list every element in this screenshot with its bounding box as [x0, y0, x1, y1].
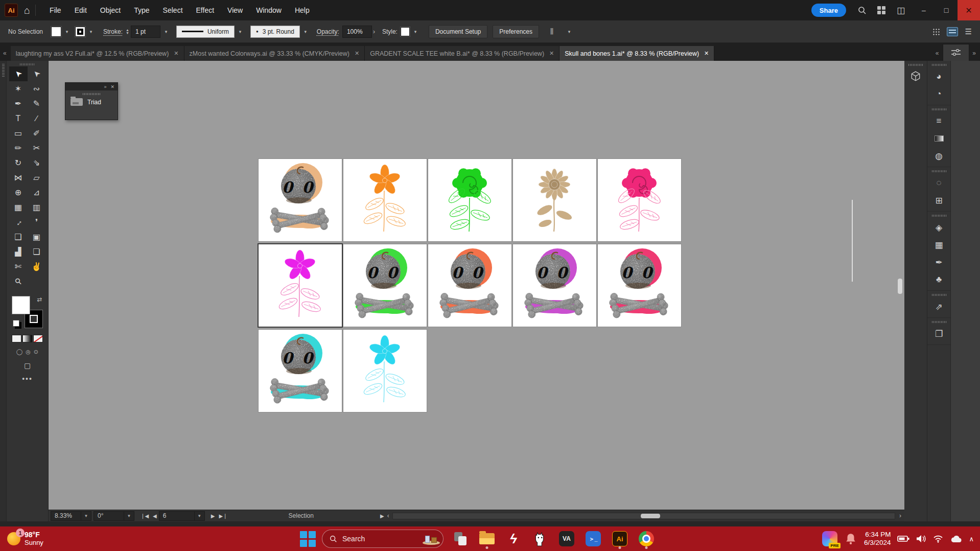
opacity-label[interactable]: Opacity: [317, 28, 339, 35]
dark-logo-app[interactable]: VA [557, 529, 576, 549]
notifications-bell-icon[interactable] [844, 533, 857, 545]
menu-window[interactable]: Window [249, 0, 288, 20]
next-artboard-button[interactable]: ▶ [211, 513, 215, 519]
start-button[interactable] [298, 530, 317, 548]
artboard-1-skull-tan[interactable]: 0 0 [259, 159, 342, 241]
pen-tool[interactable]: ✒ [9, 96, 28, 111]
document-tab-1[interactable]: laughting my ass V2 Full.ai* @ 12.5 % (R… [11, 46, 184, 61]
layers-icon[interactable]: ◈ [930, 219, 948, 236]
stroke-color-swatch[interactable] [75, 27, 85, 37]
minimize-button[interactable]: – [913, 0, 935, 20]
color-mode-button[interactable] [12, 335, 21, 342]
width-profile-arrow[interactable]: ▾ [236, 26, 244, 37]
battery-icon[interactable] [897, 535, 909, 542]
artboard-tool[interactable]: ❏ [28, 244, 46, 259]
direct-selection-tool[interactable]: ➤ [28, 66, 46, 81]
selection-tool[interactable]: ➤ [9, 66, 28, 81]
chrome-app[interactable] [637, 529, 656, 549]
perspective-grid-tool[interactable]: ⊿ [28, 185, 46, 200]
powershell-app[interactable]: ＞_ [584, 529, 603, 549]
rectangle-tool[interactable]: ▭ [9, 126, 28, 141]
search-icon[interactable] [854, 3, 870, 18]
align-icon[interactable]: ⫼ [544, 24, 559, 39]
edit-toolbar-ellipsis[interactable]: ••• [22, 375, 33, 383]
menu-edit[interactable]: Edit [68, 0, 94, 20]
zoom-tool[interactable]: ⚲ [9, 274, 28, 289]
shape-builder-tool[interactable]: ⊕ [9, 185, 28, 200]
toggle-panel-icon[interactable]: ◫ [893, 3, 908, 18]
last-artboard-button[interactable]: ▶❘ [219, 513, 227, 519]
type-tool[interactable]: T [9, 111, 28, 126]
dock-grip[interactable] [932, 294, 946, 296]
artboard-5-rose-pink[interactable] [598, 159, 681, 241]
zoom-dropdown-arrow[interactable]: ▼ [81, 511, 91, 521]
artboard-6-flower-magenta[interactable] [259, 244, 342, 327]
artboard-11-skull-cyan[interactable]: 0 0 [259, 330, 342, 412]
magic-wand-tool[interactable]: ✶ [9, 81, 28, 96]
file-explorer-app[interactable] [477, 529, 497, 549]
menu-type[interactable]: Type [127, 0, 156, 20]
eyedropper-tool[interactable]: ❜ [28, 215, 46, 229]
gradient-mode-button[interactable] [22, 335, 32, 342]
draw-normal-icon[interactable]: ◯ [16, 349, 22, 355]
stroke-label[interactable]: Stroke: [103, 28, 123, 35]
lasso-tool[interactable]: ∾ [28, 81, 46, 96]
vertical-scrollbar-thumb[interactable] [898, 279, 902, 294]
artboard-2-flower-orange[interactable] [343, 159, 427, 241]
scroll-right-arrow[interactable]: › [896, 512, 904, 519]
blend-tool[interactable]: ❑ [9, 229, 28, 244]
swap-fill-stroke-icon[interactable]: ⇄ [37, 296, 42, 303]
artboard-number-field[interactable]: 6 [159, 511, 195, 521]
pathfinder-icon[interactable]: ❐ [930, 325, 948, 342]
brush-definition-dropdown[interactable]: ● 3 pt. Round [250, 26, 300, 38]
opacity-expand-arrow[interactable]: › [373, 28, 375, 35]
lightning-app[interactable]: ϟ [504, 529, 523, 549]
dock-grip[interactable] [932, 108, 946, 110]
slice-tool[interactable]: ✄ [9, 259, 28, 274]
dock-grip[interactable] [932, 170, 946, 172]
collapse-tabs-chevron[interactable]: « [0, 50, 11, 61]
document-setup-button[interactable]: Document Setup [429, 25, 487, 38]
dock-grip[interactable] [932, 321, 946, 323]
column-graph-tool[interactable]: ▟ [9, 244, 28, 259]
opacity-field[interactable]: 100% [342, 26, 372, 38]
arrange-documents-icon[interactable] [874, 3, 889, 18]
preferences-button[interactable]: Preferences [493, 25, 539, 38]
none-mode-button[interactable] [33, 335, 43, 342]
horizontal-scrollbar-thumb[interactable] [641, 514, 660, 518]
canvas[interactable]: » ✕ Triad 0 0 [49, 61, 904, 510]
brush-definition-arrow[interactable]: ▾ [301, 26, 310, 37]
scissors-tool[interactable]: ✂ [28, 141, 46, 155]
line-segment-tool[interactable]: ∕ [28, 111, 46, 126]
fill-dropdown-arrow[interactable]: ▾ [63, 26, 71, 37]
document-tab-4[interactable]: Skull and bones 1.ai* @ 8.33 % (RGB/Prev… [559, 46, 714, 61]
panel-collapse-icon[interactable]: » [104, 84, 106, 89]
horizontal-scrollbar[interactable] [392, 513, 895, 519]
mesh-tool[interactable]: ▦ [9, 200, 28, 215]
artboard-3-rose-green[interactable] [428, 159, 511, 241]
club-symbol-icon[interactable]: ♣ [930, 271, 948, 288]
screen-mode-icon[interactable]: ▢ [24, 361, 31, 370]
gradient-panel-icon[interactable] [930, 130, 948, 147]
artboard-7-skull-green[interactable]: 0 0 [343, 244, 427, 327]
libraries-cube-icon[interactable] [906, 68, 925, 85]
stroke-weight-stepper[interactable]: ▲▼ [126, 29, 129, 35]
style-dropdown-arrow[interactable]: ▾ [411, 26, 419, 37]
copy-clipboard-app[interactable] [451, 529, 470, 549]
dock-grip[interactable] [908, 64, 923, 66]
menu-help[interactable]: Help [288, 0, 316, 20]
menu-object[interactable]: Object [94, 0, 127, 20]
scale-tool[interactable]: ⇘ [28, 155, 46, 170]
clock[interactable]: 6:34 PM 6/3/2024 [864, 531, 891, 547]
status-expand-arrow[interactable]: ▶ [380, 513, 384, 519]
default-fill-stroke-icon[interactable] [13, 320, 19, 327]
curvature-tool[interactable]: ✎ [28, 96, 46, 111]
menu-file[interactable]: File [43, 0, 68, 20]
shaper-tool[interactable]: ✏ [9, 141, 28, 155]
draw-inside-icon[interactable]: ⊙ [34, 349, 38, 355]
artboard-9-skull-orchid[interactable]: 0 0 [513, 244, 596, 327]
width-tool[interactable]: ⋈ [9, 170, 28, 185]
color-panel-icon[interactable]: ◕ [930, 68, 948, 85]
wifi-icon[interactable] [933, 535, 943, 543]
artboards-icon[interactable]: ▦ [930, 236, 948, 254]
